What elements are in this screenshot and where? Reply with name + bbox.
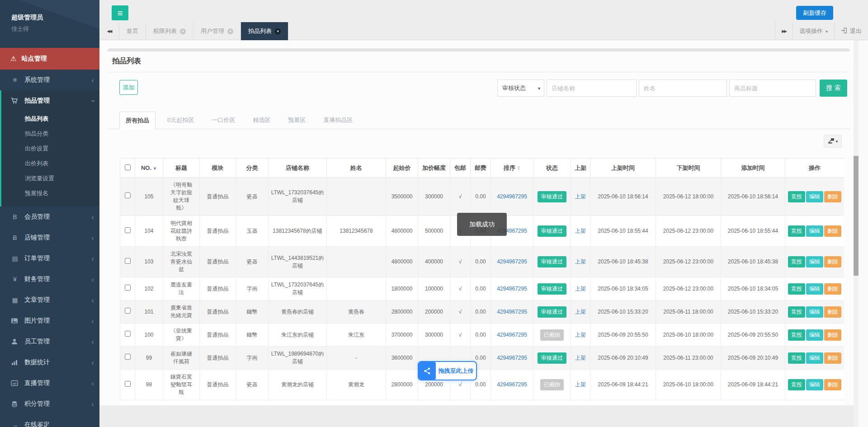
- shelf-link[interactable]: 上架: [575, 228, 586, 234]
- sidebar-item-auction-list[interactable]: 拍品列表: [1, 111, 99, 126]
- delete-button[interactable]: 删除: [824, 352, 841, 364]
- sidebar-item-auction-management[interactable]: 拍品管理 ‹: [1, 90, 99, 111]
- edit-button[interactable]: 编辑: [806, 283, 823, 295]
- sort-value-link[interactable]: 4294967295: [497, 193, 527, 200]
- refresh-cache-button[interactable]: 刷新缓存: [796, 6, 833, 20]
- tab-permission-list[interactable]: 权限列表 ✕: [146, 22, 193, 40]
- edit-button[interactable]: 编辑: [806, 225, 823, 237]
- filter-tab-all[interactable]: 所有拍品: [119, 112, 156, 129]
- drag-upload-widget[interactable]: 拖拽至此上传: [418, 361, 477, 380]
- sidebar-item-bid-settings[interactable]: 出价设置: [1, 141, 99, 156]
- col-free-shipping[interactable]: 包邮: [450, 159, 471, 178]
- tabs-scroll-right-button[interactable]: ▶▶: [775, 22, 793, 40]
- row-checkbox[interactable]: [125, 331, 131, 337]
- edit-button[interactable]: 编辑: [806, 306, 823, 318]
- sidebar-item-staff[interactable]: 员工管理 ‹: [0, 331, 99, 352]
- edit-button[interactable]: 编辑: [806, 256, 823, 267]
- row-checkbox[interactable]: [125, 227, 131, 233]
- filter-tab-live[interactable]: 直播拍品区: [317, 112, 359, 129]
- delete-button[interactable]: 删除: [824, 225, 841, 237]
- bid-button[interactable]: 竞投: [788, 283, 805, 295]
- filter-tab-zero-start[interactable]: 0元起拍区: [161, 112, 200, 129]
- sidebar-item-members[interactable]: B 会员管理 ‹: [0, 206, 99, 227]
- shelf-link[interactable]: 上架: [575, 332, 586, 338]
- select-all-checkbox[interactable]: [125, 164, 131, 170]
- edit-button[interactable]: 编辑: [806, 191, 823, 202]
- filter-tab-preview[interactable]: 预展区: [282, 112, 311, 129]
- col-start-price[interactable]: 起始价: [386, 159, 418, 178]
- row-checkbox[interactable]: [125, 285, 131, 291]
- sidebar-item-site-management[interactable]: ⚠ 站点管理: [0, 48, 99, 70]
- sidebar-item-statistics[interactable]: 数据统计 ‹: [0, 352, 99, 373]
- close-icon[interactable]: ✕: [227, 28, 233, 34]
- sidebar-item-views-settings[interactable]: 浏览量设置: [1, 171, 99, 186]
- shelf-link[interactable]: 上架: [575, 286, 586, 292]
- options-menu-button[interactable]: 选项操作 ▾: [793, 22, 834, 40]
- edit-button[interactable]: 编辑: [806, 352, 823, 364]
- sort-value-link[interactable]: 4294967295: [497, 258, 527, 265]
- col-actions[interactable]: 操作: [785, 159, 844, 178]
- bid-button[interactable]: 竞投: [788, 352, 805, 364]
- sidebar-item-system[interactable]: ✳ 系统管理 ‹: [0, 70, 99, 90]
- row-checkbox[interactable]: [125, 192, 131, 198]
- bid-button[interactable]: 竞投: [788, 225, 805, 237]
- col-off-time[interactable]: 下架时间: [656, 159, 721, 178]
- col-name[interactable]: 姓名: [327, 159, 386, 178]
- col-add-time[interactable]: 添加时间: [721, 159, 785, 178]
- sidebar-item-shops[interactable]: Ƀ 店铺管理 ‹: [0, 227, 99, 248]
- col-increment[interactable]: 加价幅度: [418, 159, 450, 178]
- col-shelf[interactable]: 上架: [571, 159, 590, 178]
- product-title-input[interactable]: [729, 80, 816, 97]
- sort-value-link[interactable]: 4294967295: [497, 381, 527, 388]
- col-title[interactable]: 标题: [163, 159, 200, 178]
- sidebar-item-preview-signup[interactable]: 预展报名: [1, 186, 99, 201]
- sort-value-link[interactable]: 4294967295: [497, 332, 527, 338]
- sidebar-item-live[interactable]: HD 直播管理 ‹: [0, 373, 99, 394]
- bid-button[interactable]: 竞投: [788, 329, 805, 341]
- name-input[interactable]: [639, 80, 727, 97]
- col-category[interactable]: 分类: [236, 159, 269, 178]
- sidebar-item-finance[interactable]: ¥ 财务管理 ‹: [0, 269, 99, 290]
- shelf-link[interactable]: 上架: [575, 309, 586, 315]
- sidebar-item-bid-list[interactable]: 出价列表: [1, 156, 99, 171]
- sort-value-link[interactable]: 4294967295: [497, 309, 527, 315]
- sidebar-item-images[interactable]: 图片管理 ‹: [0, 310, 99, 331]
- row-checkbox[interactable]: [125, 381, 131, 387]
- delete-button[interactable]: 删除: [824, 379, 841, 390]
- sort-value-link[interactable]: 4294967295: [497, 286, 527, 292]
- sidebar-item-online-appraisal[interactable]: → 在线鉴定: [0, 414, 99, 427]
- sidebar-item-points[interactable]: 积分管理 ‹: [0, 394, 99, 414]
- tab-home[interactable]: 首页: [119, 22, 146, 40]
- delete-button[interactable]: 删除: [824, 191, 841, 202]
- sort-value-link[interactable]: 4294967295: [497, 355, 527, 361]
- add-button[interactable]: 添加: [119, 80, 138, 95]
- delete-button[interactable]: 删除: [824, 329, 841, 341]
- menu-toggle-button[interactable]: ≡: [112, 5, 128, 20]
- col-postage[interactable]: 邮费: [471, 159, 491, 178]
- export-button[interactable]: ▾: [824, 135, 842, 148]
- tabs-scroll-left-button[interactable]: ◀◀: [99, 22, 119, 40]
- edit-button[interactable]: 编辑: [806, 329, 823, 341]
- col-shop[interactable]: 店铺名称: [269, 159, 327, 178]
- sidebar-item-auction-category[interactable]: 拍品分类: [1, 126, 99, 141]
- sidebar-item-orders[interactable]: ▤ 订单管理 ‹: [0, 248, 99, 269]
- col-no[interactable]: NO.▼: [135, 159, 163, 178]
- tab-user-management[interactable]: 用户管理 ✕: [193, 22, 241, 40]
- tab-auction-list[interactable]: 拍品列表 ✕: [241, 22, 288, 40]
- logout-button[interactable]: 退出: [834, 22, 868, 40]
- shelf-link[interactable]: 上架: [575, 355, 586, 361]
- delete-button[interactable]: 删除: [824, 256, 841, 267]
- close-icon[interactable]: ✕: [180, 28, 186, 34]
- col-shelf-time[interactable]: 上架时间: [590, 159, 656, 178]
- scrollbar-thumb[interactable]: [854, 156, 859, 276]
- delete-button[interactable]: 删除: [824, 283, 841, 295]
- edit-button[interactable]: 编辑: [806, 379, 823, 390]
- row-checkbox[interactable]: [125, 258, 131, 264]
- search-button[interactable]: 搜 索: [820, 80, 847, 97]
- col-module[interactable]: 模块: [200, 159, 236, 178]
- col-status[interactable]: 状态: [533, 159, 571, 178]
- bid-button[interactable]: 竞投: [788, 379, 805, 390]
- shelf-link[interactable]: 上架: [575, 258, 586, 265]
- bid-button[interactable]: 竞投: [788, 306, 805, 318]
- sidebar-item-articles[interactable]: ▦ 文章管理 ‹: [0, 290, 99, 310]
